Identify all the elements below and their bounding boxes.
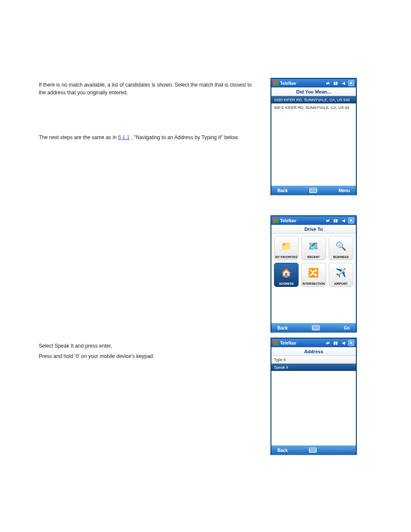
- back-button[interactable]: Back: [277, 188, 288, 193]
- close-icon[interactable]: ✕: [348, 340, 354, 346]
- tile-recent[interactable]: 🗺️ RECENT: [301, 236, 326, 260]
- connectivity-icon: ⇄: [325, 340, 331, 346]
- tile-label: ADDRESS: [279, 282, 294, 285]
- app-name: TeleNav: [280, 81, 296, 86]
- device-titlebar: TeleNav ⇄ ▮▮ ◀ ✕: [271, 339, 356, 347]
- device-did-you-mean: TeleNav ⇄ ▮▮ ◀ ✕ Did You Mean... 1020 KI…: [271, 78, 357, 195]
- intersection-icon: 🔀: [308, 263, 319, 282]
- back-button[interactable]: Back: [277, 448, 288, 453]
- screen-title: Drive To: [271, 225, 356, 233]
- para2-prefix: The next steps are the same as in: [39, 134, 118, 140]
- favorites-icon: 📁: [281, 236, 292, 255]
- device-footer: Back: [271, 445, 356, 455]
- business-icon: 🔍: [336, 236, 346, 255]
- device-titlebar: TeleNav ⇄ ▮▮ ◀ ✕: [271, 79, 356, 87]
- close-icon[interactable]: ✕: [348, 80, 354, 86]
- tile-intersection[interactable]: 🔀 INTERSECTION: [301, 263, 326, 287]
- device-titlebar: TeleNav ⇄ ▮▮ ◀ ✕: [271, 216, 356, 225]
- screen-title: Address: [271, 347, 356, 356]
- list-item-type-it[interactable]: Type It: [271, 356, 356, 364]
- tile-label: INTERSECTION: [302, 282, 325, 285]
- volume-icon: ◀: [340, 218, 346, 224]
- system-icons: ⇄ ▮▮ ◀ ✕: [325, 218, 354, 224]
- system-icons: ⇄ ▮▮ ◀ ✕: [325, 340, 354, 346]
- start-flag-icon: [273, 81, 278, 86]
- tile-airport[interactable]: ✈️ AIRPORT: [329, 263, 353, 287]
- keyboard-icon[interactable]: [309, 448, 317, 453]
- para1: If there is no match available, a list o…: [39, 81, 254, 96]
- device-drive-to: TeleNav ⇄ ▮▮ ◀ ✕ Drive To 📁 MY FAVORITES…: [271, 215, 357, 333]
- recent-icon: 🗺️: [308, 236, 319, 255]
- signal-icon: ▮▮: [333, 340, 339, 346]
- start-flag-icon: [273, 218, 278, 223]
- tile-address[interactable]: 🏠 ADDRESS: [274, 263, 299, 287]
- close-icon[interactable]: ✕: [348, 218, 354, 224]
- connectivity-icon: ⇄: [325, 80, 331, 86]
- keyboard-icon[interactable]: [309, 188, 317, 193]
- signal-icon: ▮▮: [333, 80, 339, 86]
- tile-my-favorites[interactable]: 📁 MY FAVORITES: [274, 236, 299, 260]
- tile-label: MY FAVORITES: [275, 255, 297, 258]
- keyboard-icon[interactable]: [312, 325, 320, 330]
- tile-label: BUSINESS: [333, 255, 349, 258]
- device-footer: Back Menu: [271, 186, 356, 195]
- app-name: TeleNav: [280, 341, 296, 345]
- menu-button[interactable]: Menu: [339, 188, 350, 193]
- connectivity-icon: ⇄: [325, 218, 331, 224]
- app-name: TeleNav: [280, 218, 296, 223]
- para2: The next steps are the same as in 6.1.1 …: [39, 134, 254, 141]
- screen-title: Did You Mean...: [271, 87, 356, 96]
- tile-label: RECENT: [308, 255, 320, 258]
- go-button[interactable]: Go: [344, 326, 350, 330]
- device-footer: Back Go: [271, 323, 356, 333]
- system-icons: ⇄ ▮▮ ◀ ✕: [325, 80, 354, 86]
- para2-suffix: , "Navigating to an Address by Typing It…: [131, 134, 239, 140]
- list-item-speak-it[interactable]: Speak It: [271, 364, 356, 371]
- list-item[interactable]: 600 E KIFER RD, SUNNYVALE, CA, US 94: [271, 104, 356, 112]
- signal-icon: ▮▮: [333, 218, 339, 224]
- volume-icon: ◀: [340, 80, 346, 86]
- tile-label: AIRPORT: [334, 282, 348, 285]
- para4: Press and hold '0' on your mobile device…: [39, 352, 254, 360]
- back-button[interactable]: Back: [277, 326, 288, 330]
- volume-icon: ◀: [340, 340, 346, 346]
- list-item[interactable]: 1020 KIFER RD, SUNNYVALE, CA, US 940: [271, 96, 356, 104]
- device-address: TeleNav ⇄ ▮▮ ◀ ✕ Address Type It Speak I…: [271, 338, 357, 455]
- tile-business[interactable]: 🔍 BUSINESS: [329, 236, 353, 260]
- para2-link[interactable]: 6.1.1: [118, 134, 130, 140]
- address-icon: 🏠: [281, 263, 292, 282]
- airport-icon: ✈️: [336, 263, 346, 282]
- para3: Select Speak It and press enter.: [39, 342, 254, 350]
- start-flag-icon: [273, 340, 278, 345]
